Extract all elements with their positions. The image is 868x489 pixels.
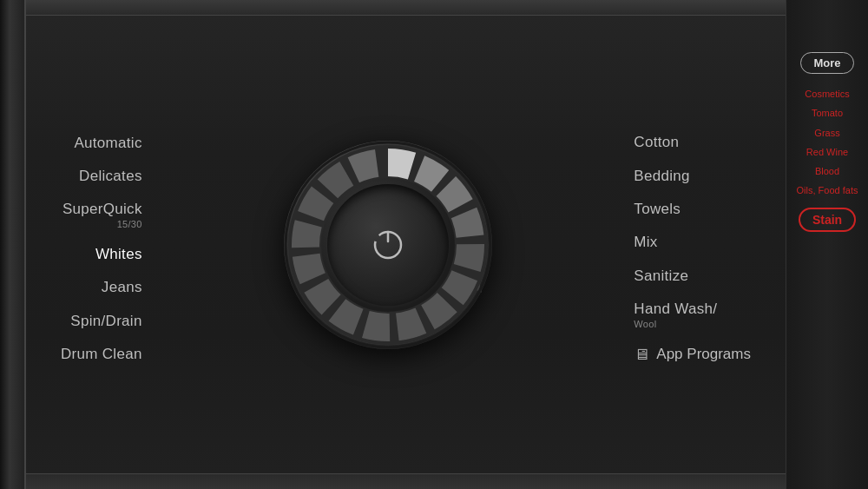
right-side-panel: More Cosmetics Tomato Grass Red Wine Blo… (786, 0, 868, 489)
right-menu: Cotton Bedding Towels Mix Sanitize Hand … (634, 134, 751, 364)
power-button[interactable] (327, 184, 449, 306)
power-icon (372, 229, 404, 261)
menu-item-bedding[interactable]: Bedding (634, 168, 690, 185)
menu-item-automatic[interactable]: Automatic (74, 135, 141, 152)
menu-item-sanitize[interactable]: Sanitize (634, 268, 688, 285)
menu-item-whites[interactable]: Whites (95, 246, 142, 263)
menu-item-cotton[interactable]: Cotton (634, 134, 679, 151)
menu-item-handwash[interactable]: Hand Wash/ Wool (634, 301, 717, 330)
menu-item-delicates[interactable]: Delicates (79, 168, 142, 185)
stain-oils[interactable]: Oils, Food fats (797, 184, 858, 196)
stain-grass[interactable]: Grass (814, 127, 839, 139)
handwash-sublabel: Wool (634, 319, 717, 330)
menu-item-app-programs[interactable]: 🖥 App Programs (634, 346, 751, 364)
menu-item-jeans[interactable]: Jeans (102, 279, 142, 296)
more-button[interactable]: More (800, 52, 853, 74)
superquick-sublabel: 15/30 (62, 219, 142, 230)
menu-item-towels[interactable]: Towels (634, 201, 681, 218)
menu-item-mix[interactable]: Mix (634, 234, 657, 251)
menu-item-spin-drain[interactable]: Spin/Drain (70, 313, 141, 330)
main-content: Automatic Delicates SuperQuick 15/30 Whi… (26, 0, 786, 489)
appliance-panel: Automatic Delicates SuperQuick 15/30 Whi… (0, 0, 868, 489)
stain-tomato[interactable]: Tomato (812, 107, 843, 119)
left-edge (0, 0, 26, 489)
stain-blood[interactable]: Blood (815, 165, 839, 177)
app-programs-icon: 🖥 (634, 346, 649, 364)
menu-item-superquick[interactable]: SuperQuick 15/30 (62, 201, 142, 230)
dial-outer-ring (284, 141, 492, 349)
left-menu: Automatic Delicates SuperQuick 15/30 Whi… (61, 135, 142, 364)
dial-knob[interactable] (284, 141, 492, 349)
stain-cosmetics[interactable]: Cosmetics (805, 88, 849, 100)
stain-button[interactable]: Stain (799, 208, 856, 232)
stain-red-wine[interactable]: Red Wine (806, 146, 848, 158)
menu-item-drum-clean[interactable]: Drum Clean (61, 346, 142, 363)
